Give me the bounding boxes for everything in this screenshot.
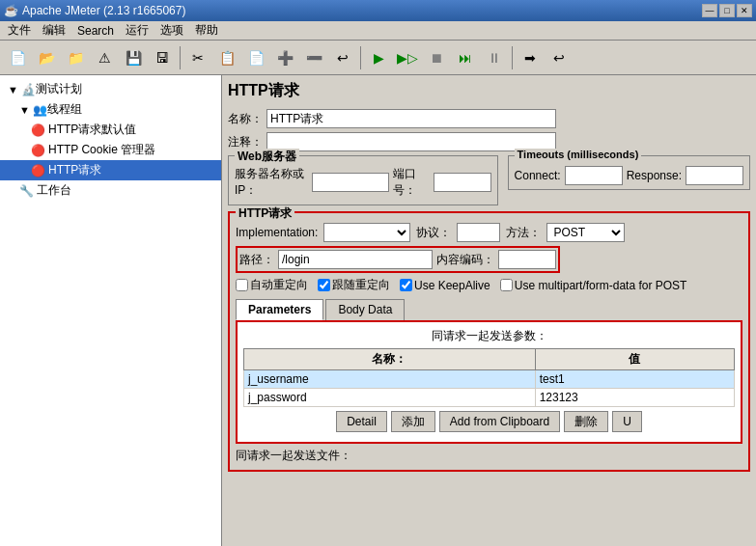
test-plan-icon: 🔬: [21, 83, 36, 96]
multipart-label[interactable]: Use multipart/form-data for POST: [500, 279, 687, 292]
content-encoding-input[interactable]: [498, 250, 556, 269]
comment-label: 注释：: [228, 134, 263, 150]
auto-redirect-checkbox[interactable]: [236, 279, 248, 291]
tree-item-cookie-manager[interactable]: 🔴 HTTP Cookie 管理器: [0, 140, 221, 160]
menu-edit[interactable]: 编辑: [37, 20, 71, 41]
toolbar-copy[interactable]: 📋: [213, 44, 240, 71]
method-label: 方法：: [506, 225, 541, 241]
keepalive-label[interactable]: Use KeepAlive: [400, 279, 490, 292]
button-row: Detail 添加 Add from Clipboard 删除 U: [243, 407, 735, 436]
keepalive-checkbox[interactable]: [400, 279, 412, 291]
menu-help[interactable]: 帮助: [189, 20, 224, 41]
toolbar: 📄 📂 📁 ⚠ 💾 🖫 ✂ 📋 📄 ➕ ➖ ↩ ▶ ▶▷ ⏹ ⏭ ⏸ ➡ ↩: [0, 41, 756, 75]
follow-redirect-label[interactable]: 跟随重定向: [318, 277, 390, 293]
toolbar-cut[interactable]: ✂: [184, 44, 211, 71]
tree-item-thread-group-label: 线程组: [47, 101, 82, 118]
port-input[interactable]: [434, 173, 491, 192]
toolbar-remote-start[interactable]: ⏸: [481, 44, 508, 71]
auto-redirect-label[interactable]: 自动重定向: [236, 277, 308, 293]
tree-item-http-request[interactable]: 🔴 HTTP请求: [0, 160, 221, 180]
delete-button[interactable]: 删除: [564, 411, 608, 432]
connect-input[interactable]: [565, 166, 623, 185]
tabs: Parameters Body Data: [236, 299, 742, 320]
param-value[interactable]: test1: [535, 370, 734, 389]
maximize-button[interactable]: □: [719, 4, 735, 17]
toolbar-stop[interactable]: ⏹: [423, 44, 450, 71]
menu-file[interactable]: 文件: [2, 20, 37, 41]
tree-item-http-defaults[interactable]: 🔴 HTTP请求默认值: [0, 120, 221, 140]
connect-label: Connect:: [515, 169, 561, 182]
add-from-clipboard-button[interactable]: Add from Clipboard: [439, 411, 560, 432]
impl-label: Implementation:: [236, 226, 318, 239]
server-name-label: 服务器名称或IP：: [235, 166, 308, 199]
param-name[interactable]: j_password: [244, 389, 536, 407]
path-input[interactable]: [278, 250, 433, 269]
http-defaults-icon: 🔴: [31, 123, 45, 137]
name-label: 名称：: [228, 111, 263, 127]
minimize-button[interactable]: —: [702, 4, 717, 17]
toolbar-templates[interactable]: 📂: [33, 44, 60, 71]
tree-item-workbench[interactable]: 🔧 工作台: [0, 180, 221, 201]
name-input[interactable]: [266, 109, 556, 128]
table-row[interactable]: j_password 123123: [244, 389, 735, 407]
param-value[interactable]: 123123: [535, 389, 734, 407]
toolbar-collapse[interactable]: ➖: [300, 44, 327, 71]
cookie-icon: 🔴: [31, 144, 45, 157]
title-bar-icon: ☕: [4, 4, 18, 17]
tab-body-data[interactable]: Body Data: [325, 299, 405, 320]
param-name[interactable]: j_username: [244, 370, 536, 389]
menu-options[interactable]: 选项: [154, 20, 189, 41]
table-row[interactable]: j_username test1: [244, 370, 735, 389]
toolbar-toggle[interactable]: ↩: [329, 44, 356, 71]
path-label: 路径：: [239, 252, 274, 268]
content-encoding-label: 内容编码：: [436, 252, 494, 268]
thread-group-icon: 👥: [33, 103, 47, 117]
params-title: 同请求一起发送参数：: [243, 328, 735, 344]
web-server-title: Web服务器: [235, 149, 299, 165]
tree-item-test-plan[interactable]: ▼ 🔬 测试计划: [0, 79, 221, 99]
add-button[interactable]: 添加: [391, 411, 435, 432]
protocol-input[interactable]: [457, 223, 500, 242]
toolbar-expand[interactable]: ➕: [271, 44, 298, 71]
toolbar-warning[interactable]: ⚠: [91, 44, 118, 71]
toolbar-start-no-pause[interactable]: ▶▷: [394, 44, 421, 71]
toolbar-save2[interactable]: 🖫: [149, 44, 176, 71]
multipart-checkbox[interactable]: [500, 279, 513, 291]
toolbar-remote-stop[interactable]: ➡: [517, 44, 544, 71]
toolbar-open[interactable]: 📁: [62, 44, 89, 71]
params-table: 名称： 值 j_username test1 j_password 123123: [243, 348, 735, 407]
keepalive-text: Use KeepAlive: [414, 279, 490, 292]
close-button[interactable]: ✕: [737, 4, 752, 17]
tab-parameters[interactable]: Parameters: [236, 299, 323, 320]
toolbar-new[interactable]: 📄: [4, 44, 31, 71]
menu-run[interactable]: 运行: [120, 20, 154, 41]
up-button[interactable]: U: [612, 411, 642, 432]
left-panel: ▼ 🔬 测试计划 ▼ 👥 线程组 🔴 HTTP请求默认值 🔴 HTTP Cook…: [0, 75, 222, 546]
http-request-section: HTTP请求 Implementation: HttpClient3.1 Htt…: [228, 211, 750, 472]
toolbar-save[interactable]: 💾: [120, 44, 147, 71]
response-label: Response:: [627, 169, 682, 182]
follow-redirect-text: 跟随重定向: [332, 277, 390, 293]
toolbar-stop-now[interactable]: ⏭: [452, 44, 479, 71]
panel-title: HTTP请求: [228, 81, 750, 101]
response-input[interactable]: [686, 166, 743, 185]
menu-search[interactable]: Search: [71, 22, 120, 40]
auto-redirect-text: 自动重定向: [250, 277, 308, 293]
multipart-text: Use multipart/form-data for POST: [515, 279, 687, 292]
tree-item-thread-group[interactable]: ▼ 👥 线程组: [0, 99, 221, 120]
timeouts-section: Timeouts (milliseconds) Connect: Respons…: [508, 155, 750, 190]
follow-redirect-checkbox[interactable]: [318, 279, 330, 291]
impl-select[interactable]: HttpClient3.1 HttpClient4 Java: [323, 223, 410, 242]
server-name-input[interactable]: [312, 173, 389, 192]
toolbar-start[interactable]: ▶: [365, 44, 392, 71]
bottom-label: 同请求一起发送文件：: [236, 448, 742, 464]
path-row: 路径： 内容编码：: [236, 246, 560, 273]
comment-input[interactable]: [266, 132, 556, 151]
detail-button[interactable]: Detail: [336, 411, 387, 432]
toolbar-remote-exit[interactable]: ↩: [546, 44, 573, 71]
tab-content-parameters: 同请求一起发送参数： 名称： 值 j_username test1: [236, 320, 742, 444]
method-select[interactable]: GET POST PUT DELETE HEAD OPTIONS TRACE P…: [546, 223, 625, 242]
port-label: 端口号：: [393, 166, 430, 199]
toolbar-paste[interactable]: 📄: [242, 44, 269, 71]
col-name: 名称：: [244, 349, 536, 370]
